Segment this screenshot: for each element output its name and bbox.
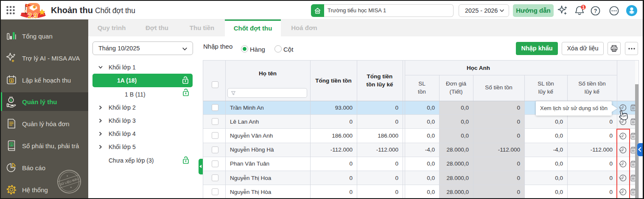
svg-text:$: $ bbox=[11, 143, 13, 146]
svg-text:1: 1 bbox=[582, 5, 585, 10]
svg-text:$: $ bbox=[11, 79, 13, 83]
svg-text:$: $ bbox=[34, 6, 35, 8]
svg-text:2.9: 2.9 bbox=[28, 12, 38, 19]
svg-text:$: $ bbox=[10, 98, 12, 102]
svg-text:?: ? bbox=[594, 8, 597, 14]
